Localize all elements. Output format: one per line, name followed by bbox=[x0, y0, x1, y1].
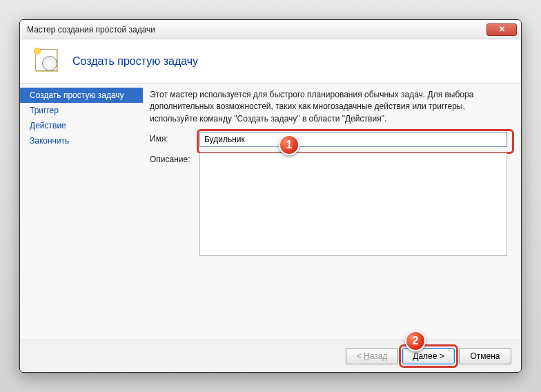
next-suffix: алее > bbox=[418, 351, 444, 361]
name-label: Имя: bbox=[150, 132, 199, 144]
sidebar-item-finish[interactable]: Закончить bbox=[20, 133, 143, 148]
wizard-sidebar: Создать простую задачу Триггер Действие … bbox=[20, 84, 143, 340]
sidebar-item-trigger[interactable]: Триггер bbox=[20, 103, 143, 118]
wizard-body: Создать простую задачу Триггер Действие … bbox=[20, 84, 521, 340]
name-row: Имя: bbox=[150, 132, 507, 147]
wizard-description: Этот мастер используется для быстрого пл… bbox=[150, 89, 507, 125]
wizard-main: Этот мастер используется для быстрого пл… bbox=[143, 84, 521, 340]
sidebar-item-create-task[interactable]: Создать простую задачу bbox=[20, 88, 143, 103]
back-button: < Назад bbox=[346, 348, 398, 364]
close-icon: ✕ bbox=[499, 25, 505, 34]
wizard-window: Мастер создания простой задачи ✕ Создать… bbox=[19, 19, 522, 373]
wizard-footer: < Назад Далее > Отмена bbox=[20, 340, 521, 372]
description-row: Описание: bbox=[150, 153, 507, 258]
window-title: Мастер создания простой задачи bbox=[27, 25, 486, 35]
description-textarea[interactable] bbox=[199, 153, 507, 256]
task-wizard-icon bbox=[34, 48, 61, 75]
wizard-header: Создать простую задачу bbox=[20, 39, 521, 84]
back-prefix: < bbox=[357, 351, 364, 361]
annotation-badge-1: 1 bbox=[279, 135, 299, 155]
cancel-button[interactable]: Отмена bbox=[459, 348, 511, 364]
sidebar-item-action[interactable]: Действие bbox=[20, 118, 143, 133]
description-label: Описание: bbox=[150, 153, 199, 164]
back-suffix: азад bbox=[370, 351, 388, 361]
next-button[interactable]: Далее > bbox=[402, 348, 455, 364]
back-hotkey: Н bbox=[364, 351, 370, 361]
name-input[interactable] bbox=[199, 132, 507, 147]
annotation-badge-2: 2 bbox=[405, 331, 426, 351]
titlebar: Мастер создания простой задачи ✕ bbox=[20, 20, 521, 39]
close-button[interactable]: ✕ bbox=[486, 23, 517, 36]
wizard-header-title: Создать простую задачу bbox=[72, 55, 198, 68]
